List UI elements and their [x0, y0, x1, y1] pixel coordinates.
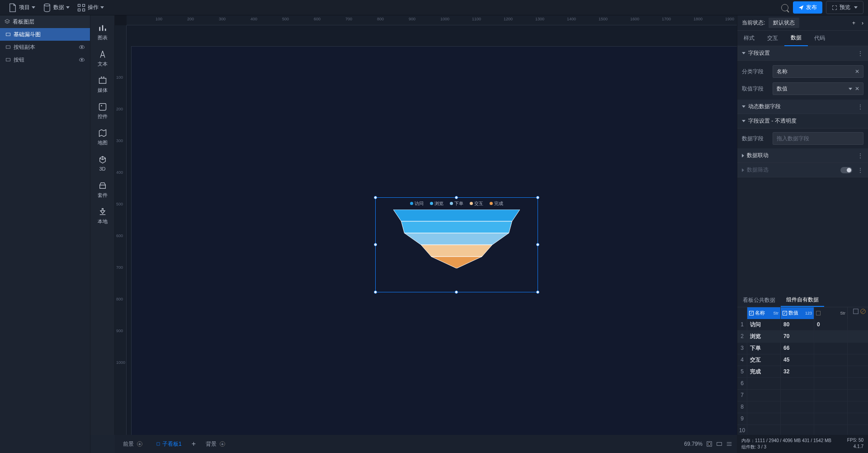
- more-icon[interactable]: ⋮: [858, 167, 863, 173]
- menu-project[interactable]: 项目: [5, 1, 39, 14]
- comp-suite[interactable]: 套件: [90, 176, 115, 203]
- section-field-settings[interactable]: 字段设置⋮: [737, 46, 868, 61]
- selection-box[interactable]: 访问浏览下单交互完成: [375, 197, 538, 292]
- more-icon[interactable]: ⋮: [858, 153, 863, 159]
- publish-button[interactable]: 发布: [793, 1, 822, 14]
- table-row[interactable]: 10: [737, 425, 868, 435]
- tab-sub[interactable]: 子看板1: [152, 439, 185, 449]
- add-icon[interactable]: +: [137, 441, 142, 447]
- comp-3d[interactable]: 3D: [90, 150, 115, 176]
- media-icon: [98, 76, 107, 85]
- layer-item[interactable]: 按钮副本: [0, 41, 90, 53]
- canvas-area[interactable]: 1002003004005006007008009001000110012001…: [115, 15, 737, 435]
- more-icon[interactable]: ⋮: [858, 104, 863, 110]
- state-value[interactable]: 默认状态: [769, 18, 799, 28]
- section-data-linkage[interactable]: 数据联动⋮: [737, 148, 868, 163]
- comp-local[interactable]: 本地: [90, 203, 115, 229]
- send-icon: [798, 5, 804, 10]
- section-data-filter[interactable]: 数据筛选 ⋮: [737, 163, 868, 177]
- fit-icon[interactable]: [706, 441, 712, 447]
- table-row[interactable]: 8: [737, 401, 868, 413]
- expand-icon: [832, 5, 837, 10]
- category-field-input[interactable]: 名称✕: [773, 65, 863, 78]
- zoom-controls: 69.79%: [684, 441, 732, 447]
- svg-rect-21: [854, 309, 859, 314]
- clear-icon[interactable]: ✕: [855, 86, 859, 92]
- svg-rect-2: [83, 4, 85, 6]
- svg-point-9: [101, 76, 102, 78]
- svg-rect-8: [99, 78, 106, 83]
- add-tab-button[interactable]: +: [192, 440, 196, 448]
- prop-tab-0[interactable]: 样式: [737, 31, 761, 46]
- col-header[interactable]: ✓数值123: [781, 307, 814, 319]
- svg-marker-15: [405, 233, 509, 245]
- col-header[interactable]: Str: [814, 307, 848, 319]
- comp-media[interactable]: 媒体: [90, 72, 115, 98]
- preview-button[interactable]: 预览: [826, 1, 863, 14]
- top-menubar: 项目 数据 操作 发布 预览: [0, 0, 868, 15]
- comp-control[interactable]: 控件: [90, 98, 115, 124]
- layers-icon: [5, 19, 10, 24]
- visibility-icon[interactable]: [79, 58, 85, 62]
- canvas-viewport[interactable]: 访问浏览下单交互完成: [127, 25, 737, 435]
- prop-tab-1[interactable]: 交互: [761, 31, 784, 46]
- list-icon[interactable]: [726, 441, 732, 447]
- prop-tab-3[interactable]: 代码: [808, 31, 831, 46]
- chevron-right-icon[interactable]: ›: [862, 20, 863, 26]
- data-table[interactable]: 1访问8002浏览703下单664交互455完成3267891011121314: [737, 319, 868, 435]
- layer-item[interactable]: 按钮: [0, 53, 90, 66]
- table-row[interactable]: 2浏览70: [737, 331, 868, 343]
- search-button[interactable]: [781, 4, 788, 11]
- svg-rect-20: [717, 443, 722, 446]
- menu-data[interactable]: 数据: [39, 1, 73, 14]
- data-field-drop[interactable]: 拖入数据字段: [773, 132, 863, 145]
- table-row[interactable]: 6: [737, 378, 868, 390]
- actual-size-icon[interactable]: [716, 441, 722, 447]
- tab-foreground[interactable]: 前景+: [119, 439, 146, 449]
- control-icon: [98, 102, 107, 111]
- value-field-input[interactable]: 数值✕: [773, 82, 863, 95]
- add-state-button[interactable]: +: [852, 20, 855, 26]
- 3d-icon: [98, 155, 107, 164]
- add-icon[interactable]: +: [220, 441, 225, 447]
- file-icon: [8, 3, 17, 12]
- comp-chart[interactable]: 图表: [90, 19, 115, 45]
- menu-action[interactable]: 操作: [73, 1, 108, 14]
- chart-icon: [98, 24, 107, 33]
- layer-item[interactable]: 基础漏斗图: [0, 28, 90, 41]
- table-row[interactable]: 3下单66: [737, 343, 868, 354]
- table-row[interactable]: 9: [737, 413, 868, 425]
- table-settings-icon[interactable]: [853, 308, 859, 315]
- table-row[interactable]: 4交互45: [737, 354, 868, 366]
- status-bar: 内存：1111 / 2940 / 4096 MB 431 / 1542 MBFP…: [737, 435, 868, 453]
- funnel-chart[interactable]: 访问浏览下单交互完成: [376, 198, 538, 292]
- zoom-value[interactable]: 69.79%: [684, 441, 703, 447]
- comp-text[interactable]: 文本: [90, 45, 115, 72]
- table-row[interactable]: 7: [737, 390, 868, 401]
- disabled-icon[interactable]: [860, 308, 866, 315]
- tab-background[interactable]: 背景+: [202, 439, 229, 449]
- artboard-icon: [156, 442, 160, 446]
- data-tab-1[interactable]: 组件自有数据: [781, 294, 824, 307]
- visibility-icon[interactable]: [79, 45, 85, 49]
- comp-map[interactable]: 地图: [90, 124, 115, 150]
- svg-rect-18: [157, 443, 160, 445]
- section-opacity[interactable]: 字段设置 - 不透明度: [737, 114, 868, 129]
- clear-icon[interactable]: ✕: [855, 68, 859, 75]
- col-header[interactable]: ✓名称Str: [747, 307, 781, 319]
- suite-icon: [98, 181, 107, 190]
- svg-marker-13: [393, 210, 520, 221]
- svg-rect-4: [83, 9, 85, 11]
- database-icon: [42, 3, 52, 12]
- svg-line-23: [862, 310, 865, 313]
- table-row[interactable]: 1访问800: [737, 319, 868, 331]
- more-icon[interactable]: ⋮: [858, 50, 863, 57]
- table-row[interactable]: 5完成32: [737, 366, 868, 378]
- component-icon: [5, 32, 11, 37]
- local-icon: [98, 207, 107, 216]
- svg-point-0: [44, 4, 50, 6]
- filter-toggle[interactable]: [840, 167, 852, 173]
- section-dynamic-fields[interactable]: 动态数据字段⋮: [737, 100, 868, 114]
- prop-tab-2[interactable]: 数据: [784, 31, 808, 46]
- data-tab-0[interactable]: 看板公共数据: [737, 294, 781, 307]
